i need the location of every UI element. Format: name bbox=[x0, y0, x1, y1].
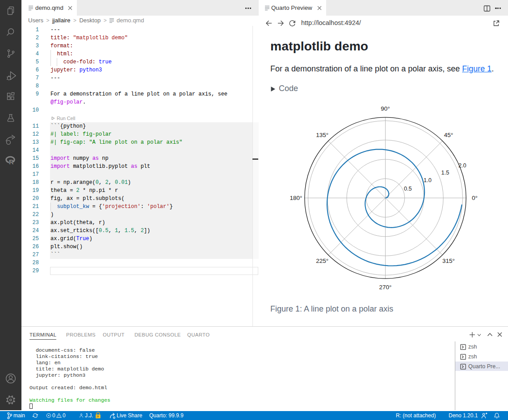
svg-text:270°: 270° bbox=[379, 284, 392, 291]
svg-text:315°: 315° bbox=[442, 258, 455, 264]
svg-text:0.5: 0.5 bbox=[404, 185, 412, 192]
svg-text:1.0: 1.0 bbox=[424, 177, 432, 183]
svg-text:0°: 0° bbox=[472, 195, 478, 201]
svg-text:R: R bbox=[9, 158, 14, 166]
svg-text:225°: 225° bbox=[316, 258, 328, 264]
svg-text:90°: 90° bbox=[381, 105, 390, 112]
svg-text:1.5: 1.5 bbox=[441, 169, 449, 176]
svg-text:135°: 135° bbox=[316, 132, 328, 138]
svg-text:45°: 45° bbox=[444, 132, 453, 138]
svg-text:180°: 180° bbox=[290, 195, 302, 201]
svg-text:2.0: 2.0 bbox=[458, 162, 466, 169]
